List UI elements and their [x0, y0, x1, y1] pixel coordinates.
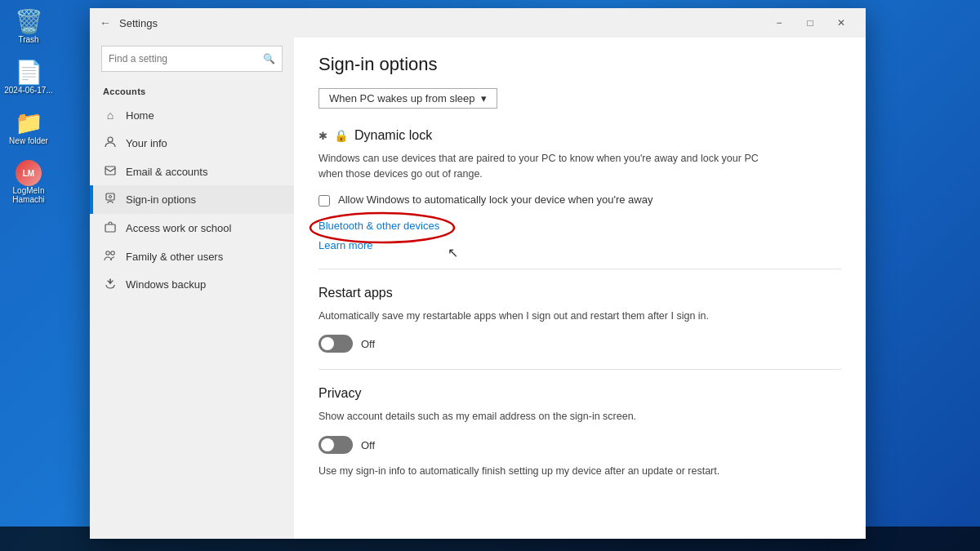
restart-apps-toggle[interactable]: [318, 335, 353, 353]
desktop-icon-logmein-label: LogMeIn Hamachi: [12, 186, 44, 204]
auto-lock-label: Allow Windows to automatically lock your…: [338, 193, 653, 206]
dynamic-lock-label: Dynamic lock: [354, 128, 432, 143]
your-info-icon: [103, 136, 118, 150]
sidebar: 🔍 Accounts ⌂ Home Your info: [90, 38, 294, 539]
restart-apps-toggle-label: Off: [361, 338, 375, 350]
desktop-icon-trash-label: Trash: [18, 35, 38, 44]
family-icon: [103, 250, 118, 263]
desktop-icon-trash[interactable]: 🗑️ Trash: [4, 8, 53, 44]
restart-apps-toggle-knob: [321, 337, 334, 350]
bluetooth-devices-link[interactable]: Bluetooth & other devices: [318, 220, 439, 232]
window-title: Settings: [119, 17, 158, 29]
desktop-icon-folder[interactable]: 📁 New folder: [4, 109, 53, 145]
minimize-button[interactable]: −: [764, 11, 794, 34]
privacy-extra-desc: Use my sign-in info to automatically fin…: [318, 464, 768, 479]
privacy-desc: Show account details such as my email ad…: [318, 409, 768, 424]
wake-from-sleep-dropdown[interactable]: When PC wakes up from sleep ▾: [318, 88, 497, 109]
svg-point-6: [111, 251, 114, 255]
sidebar-item-family-label: Family & other users: [126, 251, 223, 263]
sidebar-item-your-info-label: Your info: [126, 137, 167, 149]
search-icon: 🔍: [263, 53, 275, 64]
svg-rect-4: [105, 224, 115, 232]
privacy-title: Privacy: [318, 386, 841, 401]
svg-point-0: [108, 137, 113, 142]
sidebar-item-family[interactable]: Family & other users: [90, 242, 294, 270]
desktop-icon-file-label: 2024-06-17...: [4, 86, 53, 95]
title-bar: ← Settings − □ ✕: [90, 8, 866, 38]
privacy-toggle-knob: [321, 438, 334, 451]
dynamic-lock-section: ✱ 🔒 Dynamic lock Windows can use devices…: [318, 128, 841, 252]
settings-window: ← Settings − □ ✕ 🔍 Accounts ⌂ Home: [90, 8, 866, 539]
privacy-toggle[interactable]: [318, 436, 353, 454]
bluetooth-link-row: Bluetooth & other devices: [318, 218, 439, 233]
restart-apps-label: Restart apps: [318, 286, 393, 300]
title-bar-left: ← Settings: [100, 16, 158, 29]
sidebar-item-work[interactable]: Access work or school: [90, 214, 294, 242]
sidebar-item-email-label: Email & accounts: [126, 166, 207, 178]
sidebar-item-backup-label: Windows backup: [126, 278, 206, 291]
backup-icon: [103, 278, 118, 291]
main-content: Sign-in options When PC wakes up from sl…: [294, 38, 866, 539]
privacy-toggle-label: Off: [361, 439, 375, 451]
back-button[interactable]: ←: [100, 16, 111, 29]
sidebar-section-label: Accounts: [90, 82, 294, 101]
sidebar-item-sign-in[interactable]: Sign-in options: [90, 185, 294, 214]
sign-in-icon: [103, 193, 118, 207]
privacy-toggle-row: Off: [318, 436, 841, 454]
search-box[interactable]: 🔍: [101, 46, 283, 72]
sidebar-item-work-label: Access work or school: [126, 222, 231, 234]
svg-point-3: [109, 196, 112, 198]
restart-apps-section: Restart apps Automatically save my resta…: [318, 286, 841, 353]
desktop-icon-folder-label: New folder: [9, 136, 48, 145]
maximize-button[interactable]: □: [795, 11, 825, 34]
divider-1: [318, 269, 841, 269]
restart-apps-toggle-row: Off: [318, 335, 841, 353]
logmein-icon-img: LM: [16, 160, 42, 186]
email-icon: [103, 165, 118, 178]
sidebar-item-home-label: Home: [126, 109, 154, 122]
desktop-icon-logmein[interactable]: LM LogMeIn Hamachi: [4, 160, 53, 204]
lock-icon: 🔒: [334, 129, 348, 142]
learn-more-link[interactable]: Learn more: [318, 239, 372, 251]
window-body: 🔍 Accounts ⌂ Home Your info: [90, 38, 866, 539]
dynamic-lock-title: ✱ 🔒 Dynamic lock: [318, 128, 841, 143]
sidebar-item-backup[interactable]: Windows backup: [90, 270, 294, 299]
svg-point-5: [106, 251, 109, 255]
window-controls: − □ ✕: [764, 11, 856, 34]
divider-2: [318, 369, 841, 370]
sidebar-item-sign-in-label: Sign-in options: [126, 193, 196, 206]
search-input[interactable]: [109, 53, 263, 64]
privacy-section: Privacy Show account details such as my …: [318, 386, 841, 479]
desktop-icons: 🗑️ Trash 📄 2024-06-17... 📁 New folder LM…: [0, 0, 57, 551]
privacy-label: Privacy: [318, 386, 361, 401]
work-icon: [103, 221, 118, 235]
sidebar-item-email[interactable]: Email & accounts: [90, 158, 294, 185]
page-title: Sign-in options: [318, 54, 841, 75]
svg-rect-2: [106, 193, 114, 200]
desktop-icon-file[interactable]: 📄 2024-06-17...: [4, 59, 53, 95]
chevron-down-icon: ▾: [481, 92, 487, 104]
svg-rect-1: [105, 167, 115, 175]
restart-apps-desc: Automatically save my restartable apps w…: [318, 309, 768, 324]
restart-apps-title: Restart apps: [318, 286, 841, 300]
sidebar-item-your-info[interactable]: Your info: [90, 129, 294, 158]
dropdown-label: When PC wakes up from sleep: [329, 92, 474, 104]
dynamic-lock-desc: Windows can use devices that are paired …: [318, 151, 768, 182]
auto-lock-checkbox[interactable]: [318, 195, 330, 207]
close-button[interactable]: ✕: [826, 11, 856, 34]
auto-lock-checkbox-row: Allow Windows to automatically lock your…: [318, 193, 841, 207]
sidebar-item-home[interactable]: ⌂ Home: [90, 101, 294, 129]
home-icon: ⌂: [103, 109, 118, 122]
dynamic-lock-star-icon: ✱: [318, 130, 327, 142]
